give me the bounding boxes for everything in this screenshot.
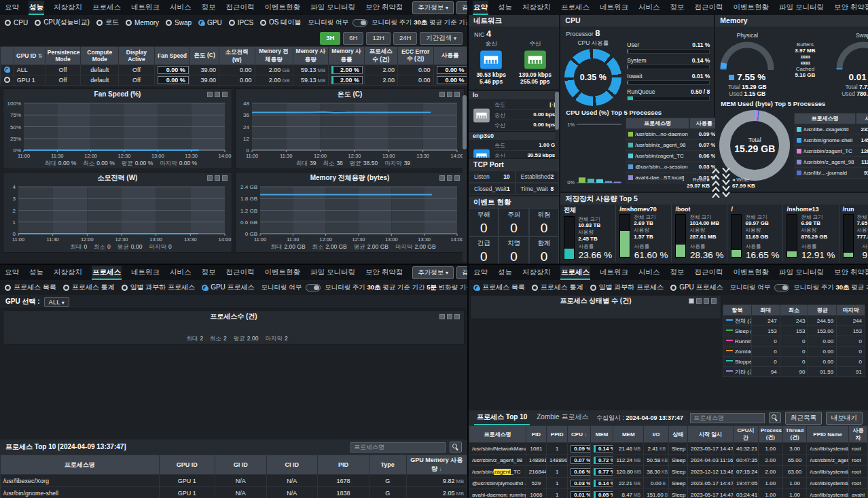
monitoring-toggle[interactable] xyxy=(774,284,789,291)
tab-접근이력[interactable]: 접근이력 xyxy=(694,266,724,280)
search-button[interactable] xyxy=(450,442,462,452)
process-row[interactable]: /usr/sbin/z_agent_981488911488900.07 %0.… xyxy=(469,455,868,466)
radio-프로세스 목록[interactable]: 프로세스 목록 xyxy=(5,283,56,292)
tab-파일 모니터링[interactable]: 파일 모니터링 xyxy=(778,1,825,15)
monitoring-toggle[interactable] xyxy=(352,19,367,26)
chart-tool-icon-1[interactable] xyxy=(447,175,452,181)
process-row[interactable]: /usr/sbin/zagent_TC216844210.06 %0.77 %1… xyxy=(469,466,868,478)
chart-tool-icon-0[interactable] xyxy=(207,175,213,181)
radio-프로세스 통계[interactable]: 프로세스 통계 xyxy=(63,283,115,292)
tab-이벤트현황[interactable]: 이벤트현황 xyxy=(264,266,302,280)
scrollbar[interactable] xyxy=(463,95,467,262)
radio-GPU[interactable]: GPU xyxy=(198,19,222,26)
period-24H[interactable]: 24H xyxy=(393,32,417,45)
tab-정보[interactable]: 정보 xyxy=(201,1,217,15)
interface-scrollbar[interactable] xyxy=(555,92,559,158)
radio-Swap[interactable]: Swap xyxy=(166,19,192,26)
tab-이벤트현황[interactable]: 이벤트현황 xyxy=(733,266,770,280)
tab-서비스[interactable]: 서비스 xyxy=(169,266,192,280)
tab-요약[interactable]: 요약 xyxy=(4,1,20,15)
tab-서비스[interactable]: 서비스 xyxy=(638,1,661,15)
tab-요약[interactable]: 요약 xyxy=(4,266,20,280)
table-button-0[interactable]: 최근목록 xyxy=(785,412,822,425)
period-12H[interactable]: 12H xyxy=(366,32,390,45)
chart-tool-icon-0[interactable] xyxy=(439,314,445,319)
radio-CPU[interactable]: CPU xyxy=(5,19,28,26)
monitoring-toggle[interactable] xyxy=(306,284,321,291)
tab-정보[interactable]: 정보 xyxy=(201,266,217,280)
radio-프로세스 목록[interactable]: 프로세스 목록 xyxy=(473,283,525,292)
tab-보안 취약점[interactable]: 보안 취약점 xyxy=(365,266,403,280)
process-search-input-2[interactable] xyxy=(690,413,765,423)
tab-이벤트현황[interactable]: 이벤트현황 xyxy=(264,1,302,15)
search-button-2[interactable] xyxy=(769,412,781,423)
tab-네트워크[interactable]: 네트워크 xyxy=(130,1,160,15)
radio-IPCS[interactable]: IPCS xyxy=(229,19,253,26)
tab-성능[interactable]: 성능 xyxy=(29,266,44,280)
process-row[interactable]: @usr/sbin/plymouthd --mode=b52910.03 %0.… xyxy=(469,478,868,489)
process-row[interactable]: /usr/sbin/NetworkManager --no-108110.09 … xyxy=(469,443,868,455)
chart-tool-icon-1[interactable] xyxy=(215,92,220,97)
chart-tool-icon-1[interactable] xyxy=(447,314,452,319)
tab-네트워크[interactable]: 네트워크 xyxy=(599,1,629,15)
radio-OS 테이블[interactable]: OS 테이블 xyxy=(260,18,301,27)
process-row[interactable]: avahi-daemon: running [QA-GPU-106610.01 … xyxy=(469,489,868,498)
tab-성능[interactable]: 성능 xyxy=(29,1,44,15)
chart-tool-icon-2[interactable] xyxy=(454,314,460,319)
tab-서비스[interactable]: 서비스 xyxy=(169,1,192,15)
period-3H[interactable]: 3H xyxy=(320,32,340,45)
tab-파일 모니터링[interactable]: 파일 모니터링 xyxy=(310,266,356,280)
tab-보안 취약점[interactable]: 보안 취약점 xyxy=(365,1,403,15)
header-button-1[interactable]: 감시설정 xyxy=(456,1,467,14)
chart-tool-icon-2[interactable] xyxy=(454,175,460,181)
header-button-0[interactable]: 추가정보 ▾ xyxy=(412,1,454,14)
tab-프로세스[interactable]: 프로세스 xyxy=(560,266,590,280)
radio-일별 과부하 프로세스[interactable]: 일별 과부하 프로세스 xyxy=(590,283,664,292)
period-6H[interactable]: 6H xyxy=(343,32,363,45)
chart-tool-icon-1[interactable] xyxy=(447,92,452,97)
chart-tool-icon-2[interactable] xyxy=(222,175,228,181)
chart-tool-icon-2[interactable] xyxy=(704,298,709,304)
row-select-radio[interactable] xyxy=(4,67,10,73)
radio-프로세스 통계[interactable]: 프로세스 통계 xyxy=(532,283,583,292)
gpu-process-row[interactable]: /usr/libexec/XorgGPU 1N/AN/A1678G9.82 MB xyxy=(1,475,467,487)
chart-tool-icon-2[interactable] xyxy=(222,92,228,97)
header-button-1[interactable]: 감시설정 xyxy=(456,266,467,279)
chart-tool-icon-0[interactable] xyxy=(207,92,213,97)
period-search-button[interactable]: 기간검색 ▾ xyxy=(420,32,463,45)
tab-파일 모니터링[interactable]: 파일 모니터링 xyxy=(778,266,825,280)
process-search-input[interactable] xyxy=(350,442,446,452)
radio-GPU 프로세스[interactable]: GPU 프로세스 xyxy=(202,283,254,292)
tab-네트워크[interactable]: 네트워크 xyxy=(130,266,160,280)
tab-저장장치[interactable]: 저장장치 xyxy=(522,266,551,280)
chart-tool-icon-2[interactable] xyxy=(454,92,460,97)
proc-tab-Zombie 프로세스[interactable]: Zombie 프로세스 xyxy=(534,410,591,425)
tab-프로세스[interactable]: 프로세스 xyxy=(92,266,122,280)
radio-로드[interactable]: 로드 xyxy=(96,18,119,27)
gpu-select-dropdown[interactable]: ALL ▾ xyxy=(44,297,69,307)
chart-tool-icon-0[interactable] xyxy=(439,92,445,97)
chart-tool-icon-1[interactable] xyxy=(696,298,702,304)
tab-파일 모니터링[interactable]: 파일 모니터링 xyxy=(310,1,356,15)
tab-프로세스[interactable]: 프로세스 xyxy=(560,1,590,15)
tab-요약[interactable]: 요약 xyxy=(473,1,488,15)
tab-성능[interactable]: 성능 xyxy=(497,266,513,280)
tab-접근이력[interactable]: 접근이력 xyxy=(225,266,255,280)
chart-tool-icon-0[interactable] xyxy=(439,175,445,181)
chart-tool-icon-0[interactable] xyxy=(689,298,694,304)
header-button-0[interactable]: 추가정보 ▾ xyxy=(412,266,454,279)
tab-요약[interactable]: 요약 xyxy=(473,266,488,280)
tab-네트워크[interactable]: 네트워크 xyxy=(599,266,629,280)
radio-Memory[interactable]: Memory xyxy=(126,19,159,26)
radio-CPU(성능비교)[interactable]: CPU(성능비교) xyxy=(35,18,90,27)
tab-성능[interactable]: 성능 xyxy=(497,1,513,15)
row-select-radio[interactable] xyxy=(4,77,10,83)
tab-저장장치[interactable]: 저장장치 xyxy=(53,1,83,15)
proc-tab-프로세스 Top 10[interactable]: 프로세스 Top 10 xyxy=(474,410,530,425)
tab-보안 취약점[interactable]: 보안 취약점 xyxy=(833,1,868,15)
tab-정보[interactable]: 정보 xyxy=(670,1,685,15)
tab-프로세스[interactable]: 프로세스 xyxy=(92,1,122,15)
table-button-1[interactable]: 내보내기 xyxy=(826,412,863,425)
tab-서비스[interactable]: 서비스 xyxy=(638,266,661,280)
tab-접근이력[interactable]: 접근이력 xyxy=(694,1,724,15)
